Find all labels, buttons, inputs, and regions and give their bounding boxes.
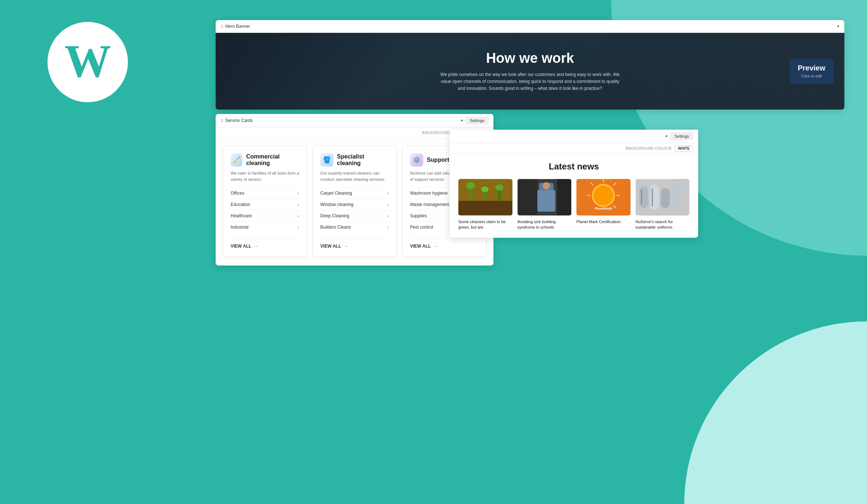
block1-dot-menu[interactable]: • <box>837 23 839 30</box>
block3-bg-colour-row: BACKGROUND COLOUR WHITE <box>450 143 698 154</box>
block2-title: Service Cards <box>225 118 253 123</box>
commercial-icon: 🧹 <box>231 153 242 167</box>
hero-heading: How we work <box>439 50 621 66</box>
block3-bg-colour-label: BACKGROUND COLOUR <box>626 146 672 150</box>
block1-header-left: 1 Hero Banner <box>221 24 250 29</box>
svg-point-13 <box>542 182 550 190</box>
list-item-carpet[interactable]: Carpet Cleaning › <box>320 187 389 199</box>
commercial-card-list: Offices › Education › Healthcare › Ind <box>231 187 299 233</box>
specialist-view-all-label: VIEW ALL <box>320 244 341 249</box>
news-card-3[interactable]: PlanetMark Planet Mark Certification: <box>576 179 631 230</box>
hero-subtext: We pride ourselves on the way we look af… <box>439 71 621 92</box>
svg-point-6 <box>466 182 475 190</box>
svg-rect-32 <box>641 190 642 204</box>
commercial-card-title: Commercial cleaning <box>246 153 299 167</box>
svg-rect-29 <box>650 185 659 210</box>
svg-rect-30 <box>660 188 670 208</box>
svg-point-10 <box>495 184 503 191</box>
block3-news-panel: • Settings BACKGROUND COLOUR WHITE Lates… <box>450 130 698 238</box>
specialist-icon: 🪣 <box>320 153 333 167</box>
svg-text:PlanetMark: PlanetMark <box>595 207 612 210</box>
block2-number: 2 <box>221 118 223 123</box>
list-item-washroom-label: Washroom hygiene <box>410 191 448 196</box>
list-item-healthcare-arrow: › <box>298 213 299 219</box>
list-item-carpet-arrow: › <box>387 190 389 196</box>
list-item-builders-cleans[interactable]: Builders Cleans › <box>320 221 389 233</box>
news-section: Latest news <box>450 154 698 238</box>
block2-dot-menu[interactable]: • <box>461 117 463 124</box>
news-grid: Some cleaners claim to be green, but are <box>458 179 689 230</box>
list-item-supplies-label: Supplies <box>410 213 427 218</box>
news-card-2[interactable]: Avoiding sick building syndrome in schoo… <box>518 179 572 230</box>
wordpress-logo: W <box>48 22 128 102</box>
svg-rect-15 <box>518 179 537 215</box>
block2-header: 2 Service Cards • Settings <box>216 114 493 127</box>
news-heading: Latest news <box>458 161 689 172</box>
news-card-3-title: Planet Mark Certification: <box>576 219 631 225</box>
news-card-4[interactable]: NuServe's search for sustainable uniform… <box>636 179 690 230</box>
news-image-1 <box>458 179 512 215</box>
list-item-deep-cleaning-arrow: › <box>387 213 389 219</box>
list-item-industrial-arrow: › <box>298 224 299 230</box>
commercial-view-all-label: VIEW ALL <box>231 244 251 249</box>
news-image-4 <box>636 179 690 215</box>
svg-rect-4 <box>458 201 512 215</box>
news-image-3: PlanetMark <box>576 179 631 215</box>
list-item-builders-cleans-arrow: › <box>387 224 389 230</box>
specialist-card-list: Carpet Cleaning › Window cleaning › Deep… <box>320 187 389 233</box>
list-item-window-cleaning-label: Window cleaning <box>320 202 353 207</box>
specialist-card-header: 🪣 Specialist cleaning <box>320 153 389 167</box>
block3-header: • Settings <box>450 130 698 143</box>
list-item-healthcare-label: Healthcare <box>231 213 252 218</box>
list-item-industrial-label: Industrial <box>231 225 249 230</box>
svg-rect-28 <box>639 187 648 208</box>
list-item-carpet-label: Carpet Cleaning <box>320 191 352 196</box>
svg-rect-14 <box>537 190 555 211</box>
specialist-view-all-arrow: → <box>343 243 348 249</box>
list-item-education-label: Education <box>231 202 250 207</box>
support-view-all[interactable]: VIEW ALL → <box>410 238 478 249</box>
svg-rect-31 <box>671 183 681 212</box>
news-card-1[interactable]: Some cleaners claim to be green, but are <box>458 179 512 230</box>
news-card-2-title: Avoiding sick building syndrome in schoo… <box>518 219 572 230</box>
support-view-all-arrow: → <box>433 243 438 249</box>
block3-settings-button[interactable]: Settings <box>670 133 693 140</box>
block-hero-banner: 1 Hero Banner • How we work We pride our… <box>216 20 844 110</box>
support-icon: ⚙️ <box>410 153 423 167</box>
hero-image-area: How we work We pride ourselves on the wa… <box>216 33 844 110</box>
preview-btn-label: Preview <box>798 64 825 72</box>
list-item-offices-label: Offices <box>231 191 244 196</box>
list-item-education-arrow: › <box>298 202 299 207</box>
news-card-1-title: Some cleaners claim to be green, but are <box>458 219 512 230</box>
svg-point-8 <box>481 187 489 192</box>
list-item-window-cleaning-arrow: › <box>387 202 389 207</box>
specialist-cleaning-card: 🪣 Specialist cleaning Our expertly train… <box>313 146 396 257</box>
specialist-card-title: Specialist cleaning <box>337 153 389 167</box>
block2-header-left: 2 Service Cards <box>221 118 253 123</box>
list-item-builders-cleans-label: Builders Cleans <box>320 225 351 230</box>
svg-point-19 <box>593 186 613 206</box>
specialist-view-all[interactable]: VIEW ALL → <box>320 238 389 249</box>
block2-settings-button[interactable]: Settings <box>466 117 488 124</box>
list-item-pest-control-label: Pest control <box>410 225 433 230</box>
list-item-window-cleaning[interactable]: Window cleaning › <box>320 199 389 210</box>
news-card-4-title: NuServe's search for sustainable uniform… <box>636 219 690 230</box>
list-item-healthcare[interactable]: Healthcare › <box>231 210 299 221</box>
list-item-education[interactable]: Education › <box>231 199 299 210</box>
list-item-offices[interactable]: Offices › <box>231 187 299 199</box>
preview-button[interactable]: Preview Click to edit <box>790 59 833 84</box>
specialist-card-desc: Our expertly trained cleaners can conduc… <box>320 170 389 182</box>
block3-dot-menu[interactable]: • <box>666 133 668 140</box>
list-item-waste-label: Waste management <box>410 202 449 207</box>
list-item-deep-cleaning-label: Deep Cleaning <box>320 213 349 218</box>
svg-rect-33 <box>652 188 653 206</box>
svg-rect-16 <box>557 179 571 215</box>
commercial-card-header: 🧹 Commercial cleaning <box>231 153 299 167</box>
list-item-deep-cleaning[interactable]: Deep Cleaning › <box>320 210 389 221</box>
block1-header: 1 Hero Banner • <box>216 20 844 33</box>
preview-btn-sublabel: Click to edit <box>801 74 822 78</box>
block3-bg-colour-value[interactable]: WHITE <box>675 145 693 152</box>
list-item-industrial[interactable]: Industrial › <box>231 221 299 233</box>
commercial-view-all[interactable]: VIEW ALL → <box>231 238 299 249</box>
svg-text:W: W <box>64 35 111 87</box>
